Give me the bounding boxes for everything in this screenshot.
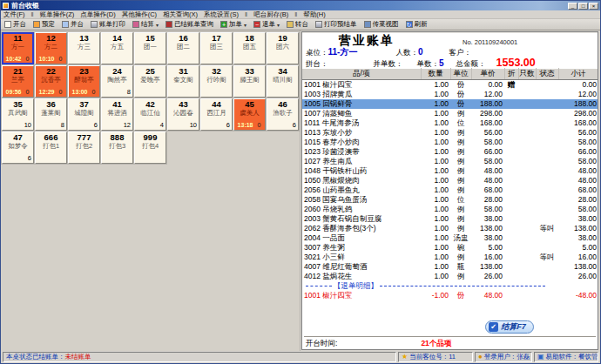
bill-item-row[interactable]: 1007 清蒸鲫鱼1.00例298.00298.00 (302, 109, 598, 118)
bill-item-row[interactable]: 2003 蟹黄石锅自制豆腐1.00例38.0038.00 (302, 214, 598, 224)
item-count-col (518, 80, 536, 91)
open-table-button[interactable]: 开台 (3, 20, 27, 29)
table-button-777[interactable]: 777打包2 (68, 131, 100, 164)
reserve-button[interactable]: 预定 (32, 20, 56, 29)
bill-item-row[interactable]: 1015 春芽小炒肉1.00例58.0058.00 (302, 138, 598, 147)
table-button-21[interactable]: 21兰亭09:560 (2, 65, 34, 98)
bill-item-row[interactable]: 1050 黑椒煨烧肉1.00例48.0048.00 (302, 176, 598, 185)
preprint-bill-button[interactable]: 打印预结单 (314, 20, 358, 29)
transfer-table-button[interactable]: 转台 (286, 20, 309, 29)
menu-item[interactable]: 相关查询(X) (163, 10, 198, 19)
menu-item[interactable]: 文件(F) (3, 10, 25, 19)
bill-item-row[interactable]: 1003 招牌黄瓜1.00份12.0012.00 (302, 90, 598, 99)
table-button-888[interactable]: 888打包3 (101, 131, 133, 164)
item-name: 2004 一品面 (302, 233, 421, 243)
table-button-41[interactable]: 41将进酒12 (101, 98, 133, 131)
table-button-44[interactable]: 44西江月6 (200, 98, 233, 131)
return-order-button[interactable]: −退单▾ (253, 20, 280, 29)
bill-item-row[interactable]: 1013 东坡小炒1.00例56.0056.00 (302, 128, 598, 138)
bill-header: 营业账单 No. 201109240001 (302, 32, 598, 47)
item-subtotal: 38.00 (558, 233, 598, 243)
bill-item-row[interactable]: 2058 国宴乌鱼蛋汤1.00位28.0028.00 (302, 195, 598, 205)
table-button-42[interactable]: 42临江仙4 (134, 98, 166, 131)
settle-menu-button-label: 结算 (141, 20, 154, 29)
merge-table-button[interactable]: 并台 (61, 20, 84, 29)
item-qty: 1.00 (421, 166, 450, 176)
bill-item-row[interactable]: 1001 椒汁四宝1.00份0.00赠0.00 (302, 80, 598, 91)
table-button-14[interactable]: 14方五 (101, 32, 133, 64)
table-button-15[interactable]: 15团一 (134, 32, 166, 64)
item-price: 12.00 (471, 90, 504, 99)
table-button-12[interactable]: 12方二10:100 (35, 32, 67, 64)
bill-item-row[interactable]: 4007 维尼红葡萄酒1.00瓶138.00138.00 (302, 262, 598, 272)
bill-item-row[interactable]: 1011 牛尾海参汤1.00位168.00168.00 (302, 118, 598, 128)
item-unit: 碗 (450, 243, 471, 253)
table-name: 渔歌子 (268, 109, 297, 117)
table-number: 13 (70, 34, 98, 43)
table-button-34[interactable]: 34晴川阁 (267, 65, 299, 98)
table-button-47[interactable]: 47如梦令6 (2, 131, 34, 164)
table-button-24[interactable]: 24陶然亭8 (101, 65, 133, 98)
menu-item[interactable]: 点单操作(D) (80, 10, 115, 19)
table-button-31[interactable]: 31奎文阁 (167, 65, 199, 98)
table-button-11[interactable]: 11方一10:420 (2, 32, 34, 64)
table-button-13[interactable]: 13方三 (68, 32, 100, 64)
return-order-icon: − (253, 21, 260, 28)
item-count-col (518, 243, 536, 253)
table-button-46[interactable]: 46渔歌子6 (267, 98, 299, 131)
minimize-button-icon[interactable]: _ (568, 3, 577, 10)
table-button-666[interactable]: 666打包1 (35, 131, 67, 164)
table-button-23[interactable]: 23醉翁亭13:000 (68, 65, 100, 98)
table-name: 团二 (169, 43, 198, 51)
menu-item[interactable]: 其他操作(C) (122, 10, 157, 19)
bill-item-row[interactable]: 3021 小三鲜1.00例16.00等叫16.00 (302, 253, 598, 262)
maximize-button-icon[interactable]: □ (578, 3, 588, 10)
bill-item-row[interactable]: 1005 回锅鲜骨1.00份188.00188.00 (302, 99, 598, 109)
bill-item-row[interactable]: 1027 养生南瓜1.00例58.0058.00 (302, 157, 598, 166)
table-button-17[interactable]: 17团三 (200, 32, 233, 64)
close-button-icon[interactable]: × (589, 3, 598, 10)
table-button-37[interactable]: 37城隍阁6 (68, 98, 100, 131)
bill-item-row[interactable]: 3007 养生粥1.00碗5.005.00 (302, 243, 598, 253)
menu-item[interactable]: 系统设置(S) (204, 10, 239, 19)
table-button-45[interactable]: 45虞美人13:180 (233, 98, 266, 131)
table-button-16[interactable]: 16团二 (167, 32, 199, 64)
bill-item-row[interactable]: 1048 干锅铁杆山药1.00例48.0048.00 (302, 166, 598, 176)
serve-view-button[interactable]: 传菜视图 (363, 20, 400, 29)
bill-item-row[interactable]: 1001 椒汁四宝-1.00份48.00-48.00 (302, 291, 598, 300)
table-button-999[interactable]: 999打包4 (134, 131, 166, 164)
bill-item-row[interactable]: 2004 一品面1.00汤盅38.0038.00 (302, 233, 598, 243)
table-button-43[interactable]: 43沁园春10 (167, 98, 199, 131)
table-button-22[interactable]: 22沉香亭12:290 (35, 65, 67, 98)
item-name: 1013 东坡小炒 (302, 128, 421, 138)
settled-bills-query-button[interactable]: 已结账单查询 (165, 20, 214, 29)
menu-item[interactable]: 帮助(H) (303, 10, 325, 19)
item-qty: 1.00 (421, 90, 450, 99)
bill-item-row[interactable]: 2056 山药墨鱼丸1.00例68.0068.00 (302, 185, 598, 195)
table-button-32[interactable]: 32行吟阁 (200, 65, 233, 98)
table-capacity: 8 (127, 88, 131, 96)
item-name: 1001 椒汁四宝 (302, 80, 421, 91)
menu-item[interactable]: 账单操作(Z) (40, 10, 75, 19)
table-button-33[interactable]: 33滕王阁 (233, 65, 266, 98)
print-bill-button[interactable]: 账单打印 (90, 20, 126, 29)
table-button-18[interactable]: 18团五 (233, 32, 266, 64)
table-button-36[interactable]: 36蓬莱阁8 (35, 98, 67, 131)
settle-button[interactable]: ✔ 结算F7 (485, 320, 534, 334)
menu-item[interactable]: 吧台厨存(B) (253, 10, 288, 19)
bill-item-row[interactable]: 1023 珍菌浸澳带1.00例66.0066.00 (302, 147, 598, 157)
bill-item-row[interactable]: 2060 吊烧乳鸽1.00例58.0058.00 (302, 205, 598, 214)
settle-menu-button[interactable]: 结算▾ (132, 20, 159, 29)
table-button-19[interactable]: 19团六 (267, 32, 299, 64)
status-text: 登录用户：张磊 (484, 353, 530, 361)
bill-item-row[interactable]: 4012 盐焗花生1.00例26.0026.00 (302, 272, 598, 281)
item-gift-flag (504, 233, 518, 243)
bill-item-row[interactable]: 2062 香酥海参包(3个)1.00例138.00等叫138.00 (302, 224, 598, 233)
column-header: 只数 (518, 69, 536, 80)
table-button-35[interactable]: 35真武阁10 (2, 98, 34, 131)
table-button-25[interactable]: 25爱晚亭 (134, 65, 166, 98)
add-order-button[interactable]: +加单▾ (219, 20, 247, 29)
item-status (536, 176, 558, 185)
refresh-button[interactable]: ↻刷新 (405, 20, 429, 29)
item-status (536, 138, 558, 147)
